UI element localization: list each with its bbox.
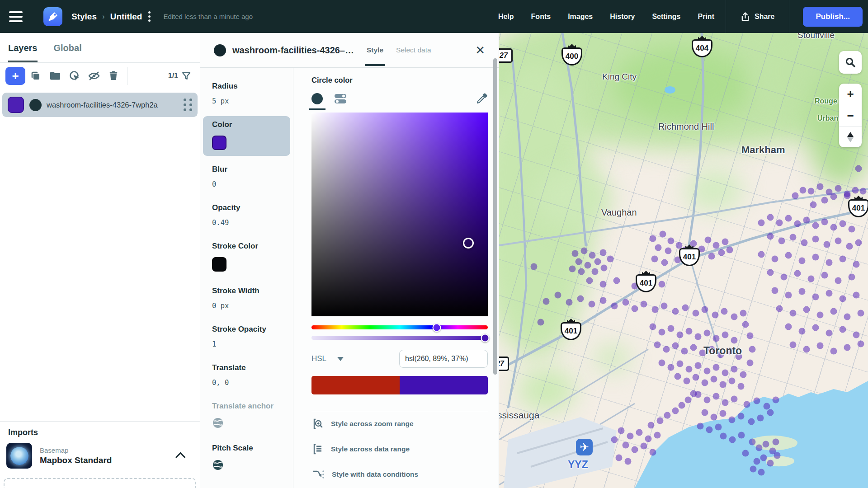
map-data-point [748, 418, 755, 425]
map-data-point [693, 374, 699, 381]
layer-color-swatch [8, 97, 24, 113]
style-options-kebab-icon[interactable] [148, 11, 151, 22]
delete-layer-trash-icon[interactable] [104, 67, 123, 85]
map-data-point [695, 362, 702, 369]
import-name-label: Mapbox Standard [40, 455, 112, 465]
map-data-point [659, 281, 665, 288]
nav-item-help[interactable]: Help [490, 13, 523, 21]
map-data-point [785, 292, 792, 299]
publish-button[interactable]: Publish... [803, 7, 863, 27]
property-blur[interactable]: Blur0 [200, 161, 293, 194]
nav-item-settings[interactable]: Settings [643, 13, 689, 21]
panel-scrollbar[interactable] [493, 58, 497, 375]
drag-handle-icon[interactable] [184, 99, 192, 111]
alpha-slider[interactable] [311, 336, 488, 340]
property-color-swatch[interactable] [212, 136, 226, 150]
hue-slider[interactable] [311, 325, 488, 329]
map-data-point [781, 274, 788, 281]
close-panel-icon[interactable]: ✕ [472, 42, 489, 58]
share-button[interactable]: Share [729, 12, 786, 22]
collapse-chevron-icon[interactable] [175, 452, 186, 462]
nav-item-history[interactable]: History [601, 13, 643, 21]
map-data-point [672, 408, 679, 414]
property-label: Stroke Opacity [212, 325, 286, 334]
layer-row-washroom-facilities[interactable]: washroom-facilities-4326-7wph2a [2, 93, 198, 117]
nav-item-fonts[interactable]: Fonts [523, 13, 560, 21]
tab-style[interactable]: Style [367, 46, 383, 54]
map-data-point [778, 238, 785, 244]
property-radius[interactable]: Radius5 px [200, 78, 293, 111]
layer-filter[interactable]: 1/1 [168, 71, 194, 80]
property-color[interactable]: Color [203, 116, 290, 156]
color-format-select[interactable]: HSL [311, 354, 344, 363]
import-drop-slot [4, 478, 196, 488]
hamburger-menu-icon[interactable] [0, 0, 32, 33]
zoom-out-button[interactable]: − [839, 105, 862, 126]
map-canvas[interactable]: StouffvilleKing CityRichmond HillMarkham… [499, 33, 868, 488]
hide-layer-eye-off-icon[interactable] [85, 67, 103, 85]
map-data-point [742, 450, 749, 457]
map-data-point [758, 469, 765, 476]
property-value: 0.49 [212, 219, 286, 227]
solid-color-tab[interactable] [311, 93, 323, 104]
map-data-point [613, 277, 620, 284]
color-value-input[interactable] [399, 350, 488, 368]
mapbox-studio-logo[interactable] [43, 7, 62, 26]
highway-400-shield: 400 [561, 44, 582, 66]
tab-select-data[interactable]: Select data [396, 46, 431, 54]
select-on-map-icon[interactable] [66, 67, 84, 85]
color-picker-cursor[interactable] [463, 238, 474, 249]
map-data-point [668, 325, 675, 332]
compass-reset-button[interactable] [839, 126, 862, 147]
map-label-ssissauga: ssissauga [499, 410, 539, 421]
eyedropper-icon[interactable] [476, 93, 488, 104]
nav-item-images[interactable]: Images [559, 13, 601, 21]
nav-item-print[interactable]: Print [689, 13, 723, 21]
map-data-point [754, 458, 760, 465]
map-data-point [713, 393, 720, 400]
property-stroke-width[interactable]: Stroke Width0 px [200, 282, 293, 316]
map-data-point [589, 252, 596, 259]
globe-icon [212, 417, 224, 429]
style-with-data-conditions-button[interactable]: Style with data conditions [311, 462, 488, 487]
duplicate-layer-icon[interactable] [27, 67, 45, 85]
basemap-import-row[interactable]: Basemap Mapbox Standard [6, 443, 192, 469]
property-translate[interactable]: Translate0, 0 [200, 359, 293, 393]
property-opacity[interactable]: Opacity0.49 [200, 199, 293, 233]
map-label-markham: Markham [741, 144, 785, 156]
previous-color-swatch[interactable] [311, 376, 400, 394]
saturation-lightness-picker[interactable] [311, 113, 488, 316]
map-data-point [569, 266, 576, 272]
map-data-point [794, 270, 801, 277]
current-color-swatch[interactable] [400, 376, 488, 394]
add-layer-button[interactable]: + [5, 67, 25, 85]
hue-slider-knob[interactable] [432, 323, 441, 332]
map-data-point [812, 254, 819, 261]
map-data-point [740, 310, 747, 317]
component-sliders-tab[interactable] [334, 93, 347, 104]
breadcrumb-styles[interactable]: Styles [71, 12, 97, 22]
group-folder-icon[interactable] [46, 67, 64, 85]
property-color-swatch[interactable] [212, 257, 226, 272]
style-across-zoom-range-button[interactable]: Style across zoom range [311, 411, 488, 436]
map-search-button[interactable] [839, 51, 862, 74]
map-data-point [767, 269, 774, 276]
property-stroke-color[interactable]: Stroke Color [200, 238, 293, 277]
tab-layers[interactable]: Layers [8, 43, 38, 62]
circle-layer-type-icon [214, 44, 226, 56]
map-data-point [757, 415, 764, 422]
breadcrumb-title[interactable]: Untitled [110, 12, 142, 22]
tab-global[interactable]: Global [54, 43, 82, 62]
map-data-point [803, 306, 810, 313]
map-data-point [618, 427, 625, 434]
map-data-point [600, 297, 607, 304]
zoom-in-button[interactable]: + [839, 84, 862, 105]
map-data-point [650, 449, 656, 456]
property-translate-anchor[interactable]: Translate anchor [200, 398, 293, 435]
property-stroke-opacity[interactable]: Stroke Opacity1 [200, 321, 293, 354]
style-across-data-range-button[interactable]: Style across data range [311, 436, 488, 462]
map-data-point [760, 455, 767, 461]
alpha-slider-knob[interactable] [481, 333, 490, 342]
layers-sidebar: Layers Global + 1/1 washroom-fac [0, 33, 200, 488]
property-pitch-scale[interactable]: Pitch Scale [200, 440, 293, 477]
